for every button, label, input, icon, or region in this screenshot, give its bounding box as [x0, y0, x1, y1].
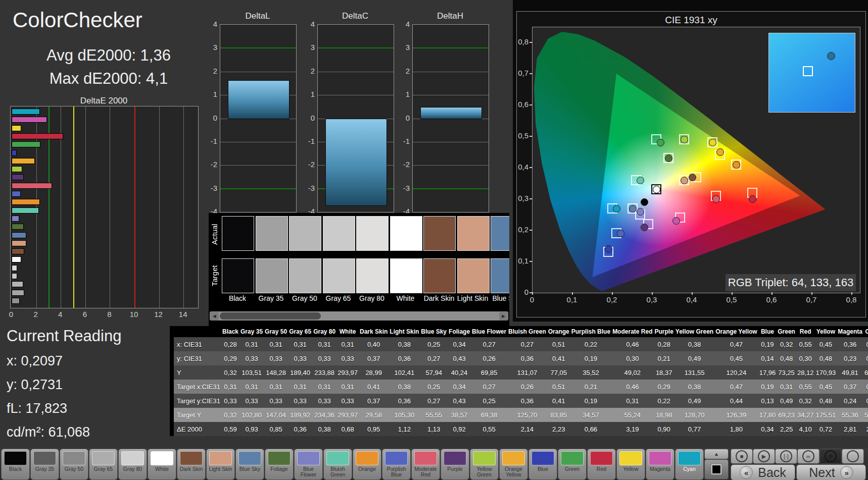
patch-button-label: Yellow Green	[470, 466, 498, 477]
table-cell: 0,31	[312, 380, 336, 394]
table-cell: 0,21	[570, 380, 611, 394]
patch-button-green[interactable]: Green	[558, 449, 587, 480]
patch-button-red[interactable]: Red	[587, 449, 616, 480]
cie-frame: CIE 1931 xy 0,80,70,60,50,40,30,20,10 00…	[513, 0, 868, 322]
gridline	[413, 165, 489, 166]
table-cell: 0,21	[863, 337, 868, 351]
y-tick-label: -3	[206, 184, 217, 192]
table-cell: 0,37	[359, 394, 389, 408]
table-row: Target x:CIE310,310,310,310,310,310,310,…	[174, 380, 868, 394]
cie-x-tick	[532, 292, 533, 295]
y-tick-label: 0	[399, 114, 410, 122]
patch-button-blue[interactable]: Blue	[528, 449, 557, 480]
patch-color-chip	[590, 451, 613, 465]
reading-cdm2: cd/m²: 61,068	[7, 424, 158, 440]
table-cell: 18,98	[653, 408, 674, 422]
patch-button-label: Purple	[441, 466, 469, 472]
patch-color-chip	[268, 451, 291, 465]
table-cell: 131,55	[674, 365, 714, 380]
patch-button-light-skin[interactable]: Light Skin	[206, 449, 235, 480]
cie-x-tick-label: 0,1	[562, 295, 582, 304]
scroll-left-arrow[interactable]: ◄	[210, 312, 219, 321]
stop-button[interactable]: ■	[731, 449, 753, 464]
cie-x-tick-label: 0	[522, 295, 542, 304]
table-cell: 0,34	[448, 380, 471, 394]
table-cell: 0,95	[359, 422, 389, 436]
measured-point-blue-sky	[629, 205, 637, 212]
patch-button-magenta[interactable]: Magenta	[646, 449, 674, 480]
blank-button[interactable]	[842, 449, 864, 464]
gridline	[183, 106, 184, 308]
cie-y-tick	[529, 73, 532, 74]
patch-button-moderate-red[interactable]: Moderate Red	[411, 449, 440, 480]
swatch-scrollbar-thumb[interactable]	[220, 312, 321, 319]
scroll-right-arrow[interactable]: ►	[499, 312, 508, 321]
patch-button-bluish-green[interactable]: Bluish Green	[323, 449, 352, 480]
table-cell: 0,23	[837, 351, 863, 365]
play-button[interactable]: ▶	[753, 449, 775, 464]
table-column-header: Orange	[547, 326, 570, 337]
y-tick-label: -1	[399, 137, 410, 145]
measured-point-blue-flower	[637, 208, 644, 216]
patch-button-gray-50[interactable]: Gray 50	[60, 449, 88, 480]
table-cell: 0,19	[570, 351, 611, 365]
patch-button-cyan[interactable]: Cyan	[675, 449, 704, 480]
step-button[interactable]: [·]	[775, 449, 797, 464]
patch-button-gray-80[interactable]: Gray 80	[118, 449, 147, 480]
patch-button-gray-35[interactable]: Gray 35	[30, 449, 59, 480]
patch-button-label: Magenta	[646, 466, 674, 472]
patch-button-dark-skin[interactable]: Dark Skin	[177, 449, 206, 480]
table-column-header: White	[336, 326, 359, 337]
cie-y-tick	[529, 104, 532, 105]
y-tick-label: 3	[304, 43, 315, 51]
loop-button[interactable]: ∞	[797, 449, 819, 464]
cie-x-tick	[771, 292, 773, 295]
deltae-bar	[12, 199, 40, 205]
reference-line-5	[73, 106, 74, 308]
table-row-label: x: CIE31	[174, 337, 221, 351]
deltae-bar	[12, 240, 26, 246]
refresh-button[interactable]: ⟳	[819, 449, 842, 464]
patch-color-chip	[502, 451, 525, 465]
delta-bar	[420, 107, 482, 119]
patch-button-yellow-green[interactable]: Yellow Green	[470, 449, 499, 480]
pattern-icon	[711, 464, 721, 474]
patch-button-orange[interactable]: Orange	[353, 449, 381, 480]
patch-button-blue-sky[interactable]: Blue Sky	[235, 449, 264, 480]
table-column-header: Yellow	[814, 326, 837, 337]
table-cell: 0,55	[796, 380, 815, 394]
patch-button-blue-flower[interactable]: Blue Flower	[294, 449, 323, 480]
patch-button-yellow[interactable]: Yellow	[616, 449, 645, 480]
patch-button-purplish-blue[interactable]: Purplish Blue	[382, 449, 411, 480]
measured-point-cyan	[613, 205, 620, 212]
target-swatch	[356, 258, 389, 293]
patch-button-black[interactable]: Black	[1, 449, 30, 480]
patch-button-foliage[interactable]: Foliage	[265, 449, 294, 480]
patch-button-orange-yellow[interactable]: Orange Yellow	[499, 449, 528, 480]
scroll-up-button[interactable]: ▲	[704, 449, 729, 459]
x-tick-label: 12	[152, 310, 166, 318]
back-label: Back	[758, 465, 786, 480]
patch-button-purple[interactable]: Purple	[441, 449, 469, 480]
y-tick-label: 1	[206, 90, 217, 98]
deltae-bar	[12, 133, 63, 139]
patch-button-white[interactable]: White	[148, 449, 176, 480]
table-cell: 0,36	[507, 351, 547, 365]
next-button[interactable]: Next »	[796, 464, 866, 480]
table-cell: 57,94	[420, 365, 448, 380]
cie-y-tick	[529, 230, 532, 231]
table-cell: 0,24	[837, 394, 863, 408]
table-cell: 0,92	[448, 422, 471, 436]
table-cell: 147,04	[264, 408, 288, 422]
gridline	[413, 142, 489, 142]
patch-button-gray-65[interactable]: Gray 65	[89, 449, 118, 480]
cie-x-tick	[851, 292, 852, 295]
table-cell: 0,77	[674, 422, 714, 436]
pattern-window-button[interactable]	[704, 459, 729, 479]
table-cell: 0,49	[674, 394, 714, 408]
back-button[interactable]: « Back	[731, 464, 795, 480]
x-tick-label: 0	[4, 310, 18, 318]
reference-line-green	[413, 47, 489, 48]
gridline	[220, 142, 296, 142]
cie-panel: CIE 1931 xy 0,80,70,60,50,40,30,20,10 00…	[516, 11, 866, 317]
